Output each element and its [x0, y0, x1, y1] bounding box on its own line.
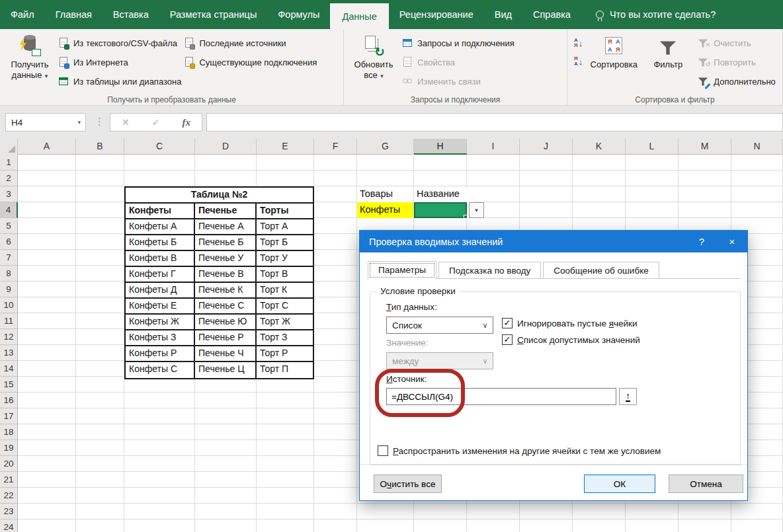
row-header-7[interactable]: 7	[0, 250, 18, 266]
table-cell[interactable]: Конфеты Г	[126, 267, 195, 282]
menu-tab-5[interactable]: Данные	[330, 3, 388, 29]
column-header-N[interactable]: N	[731, 139, 783, 155]
row-header-24[interactable]: 24	[0, 519, 18, 532]
table-cell[interactable]: Печенье В	[195, 267, 257, 282]
checkbox-box[interactable]	[378, 445, 388, 456]
menu-tab-6[interactable]: Рецензирование	[389, 0, 484, 29]
table-header-cell[interactable]: Печенье	[195, 204, 257, 218]
table-cell[interactable]: Торт Ж	[257, 315, 313, 329]
table-cell[interactable]: Печенье Ц	[195, 362, 257, 378]
table-cell[interactable]: Печенье С	[195, 299, 257, 313]
ribbon-item[interactable]: Из Интернета	[58, 53, 181, 72]
column-header-C[interactable]: C	[124, 139, 195, 155]
table-cell[interactable]: Конфеты Д	[126, 283, 195, 297]
name-box[interactable]: H4 ▾	[5, 113, 86, 132]
column-header-L[interactable]: L	[626, 139, 679, 155]
row-header-20[interactable]: 20	[0, 456, 18, 472]
row-header-17[interactable]: 17	[0, 408, 18, 424]
column-header-I[interactable]: I	[467, 139, 520, 155]
table-cell[interactable]: Конфеты Р	[126, 346, 195, 361]
menu-tab-2[interactable]: Вставка	[103, 0, 159, 29]
row-header-10[interactable]: 10	[0, 297, 18, 313]
dialog-tab-2[interactable]: Сообщение об ошибке	[543, 262, 659, 279]
confirm-entry-icon[interactable]: ✓	[152, 117, 160, 128]
source-input[interactable]	[386, 388, 616, 405]
sort-za-icon[interactable]: ЯА↓	[571, 52, 585, 71]
ok-button[interactable]: ОК	[584, 475, 655, 493]
table-cell[interactable]: Конфеты Б	[126, 235, 195, 250]
ignore-blank-checkbox[interactable]: ✓ Игнорировать пустые ячейки	[502, 318, 638, 328]
ribbon-item[interactable]: Дополнительно	[696, 72, 776, 91]
table-cell[interactable]: Торт А	[257, 219, 313, 234]
row-header-15[interactable]: 15	[0, 377, 18, 393]
cancel-button[interactable]: Отмена	[669, 475, 743, 493]
data-type-combobox[interactable]: Список ∨	[386, 317, 493, 334]
table-cell[interactable]: Конфеты А	[126, 219, 195, 234]
ribbon-item[interactable]: Из текстового/CSV-файла	[58, 34, 181, 53]
table-cell[interactable]: Печенье У	[195, 251, 257, 266]
clear-all-button[interactable]: Очистить все	[374, 475, 442, 493]
row-header-3[interactable]: 3	[0, 186, 18, 202]
column-header-B[interactable]: B	[76, 139, 124, 155]
dialog-help-button[interactable]: ?	[686, 236, 717, 247]
row-header-11[interactable]: 11	[0, 313, 18, 329]
table-cell[interactable]: Конфеты В	[126, 251, 195, 266]
table-cell[interactable]: Торт В	[257, 267, 313, 282]
big-button-1-0[interactable]: ↻Обновитьвсе ▾	[348, 32, 399, 93]
ribbon-item[interactable]: Запросы и подключения	[402, 34, 515, 53]
row-header-13[interactable]: 13	[0, 345, 18, 361]
select-all-corner[interactable]	[0, 139, 18, 155]
table-cell[interactable]: Торт К	[257, 283, 313, 297]
menu-tab-0[interactable]: Файл	[0, 0, 45, 29]
ribbon-item[interactable]: Существующие подключения	[184, 53, 317, 72]
menu-tab-3[interactable]: Разметка страницы	[159, 0, 268, 29]
table-cell[interactable]: Печенье К	[195, 283, 257, 297]
column-header-F[interactable]: F	[314, 139, 357, 155]
menu-tab-7[interactable]: Вид	[484, 0, 522, 29]
row-header-5[interactable]: 5	[0, 218, 18, 234]
tell-me-search[interactable]: Что вы хотите сделать?	[596, 0, 716, 29]
table-cell[interactable]: Печенье Р	[195, 330, 257, 345]
menu-tab-4[interactable]: Формулы	[267, 0, 330, 29]
dialog-close-icon[interactable]: ×	[717, 236, 747, 247]
table-cell[interactable]: Торт С	[257, 299, 313, 313]
table-header-cell[interactable]: Торты	[257, 204, 313, 218]
row-header-1[interactable]: 1	[0, 155, 18, 171]
column-header-E[interactable]: E	[257, 139, 314, 155]
ribbon-item[interactable]: Из таблицы или диапазона	[58, 72, 181, 91]
row-header-22[interactable]: 22	[0, 488, 18, 504]
table-cell[interactable]: Печенье Б	[195, 235, 257, 250]
column-header-M[interactable]: M	[679, 139, 731, 155]
table-header-cell[interactable]: Конфеты	[126, 204, 195, 218]
big-button-2-0[interactable]: ЯААЯСортировка	[588, 32, 639, 93]
row-header-9[interactable]: 9	[0, 282, 18, 297]
row-header-16[interactable]: 16	[0, 393, 18, 408]
table-cell[interactable]: Конфеты Ж	[126, 315, 195, 329]
selected-cell-h4[interactable]	[414, 202, 467, 218]
checkbox-box[interactable]: ✓	[502, 334, 513, 345]
row-header-6[interactable]: 6	[0, 234, 18, 250]
combobox-chevron-icon[interactable]: ∨	[477, 321, 493, 330]
table-cell[interactable]: Торт У	[257, 251, 313, 266]
big-button-0-0[interactable]: Получитьданные ▾	[4, 32, 56, 93]
row-header-4[interactable]: 4	[0, 202, 18, 218]
insert-function-icon[interactable]: fx	[182, 117, 190, 128]
menu-tab-1[interactable]: Главная	[45, 0, 103, 29]
column-header-J[interactable]: J	[520, 139, 573, 155]
dialog-tab-1[interactable]: Подсказка по вводу	[438, 262, 541, 279]
table-cell[interactable]: Конфеты З	[126, 330, 195, 345]
table-cell[interactable]: Конфеты С	[126, 362, 195, 378]
name-box-dropdown-icon[interactable]: ▾	[77, 119, 85, 126]
table-cell[interactable]: Печенье Ю	[195, 315, 257, 329]
cell-g4-highlighted[interactable]: Конфеты	[357, 202, 413, 218]
cell-g3[interactable]: Товары	[357, 186, 413, 202]
fill-handle[interactable]	[464, 215, 468, 219]
in-cell-dropdown-checkbox[interactable]: ✓ Список допустимых значений	[502, 334, 640, 345]
column-header-D[interactable]: D	[195, 139, 257, 155]
row-header-19[interactable]: 19	[0, 440, 18, 456]
row-header-2[interactable]: 2	[0, 171, 18, 186]
table-cell[interactable]: Торт П	[257, 362, 313, 378]
cell-h3[interactable]: Название	[414, 186, 474, 202]
table-cell[interactable]: Торт З	[257, 330, 313, 345]
checkbox-box[interactable]: ✓	[502, 318, 513, 328]
